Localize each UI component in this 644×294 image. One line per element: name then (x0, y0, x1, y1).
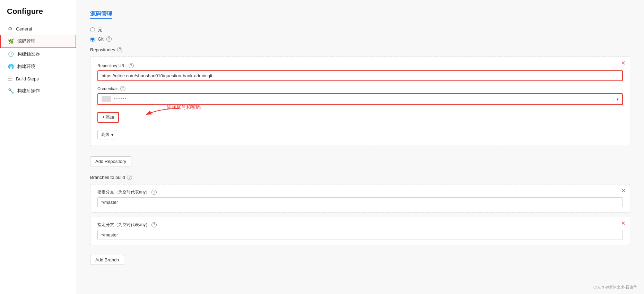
branch2-input[interactable] (97, 230, 623, 240)
repositories-section-label: Repositories ? (90, 47, 630, 52)
sidebar-item-general[interactable]: ⚙ General (0, 23, 76, 35)
add-credentials-button[interactable]: + 添加 (97, 112, 119, 123)
sidebar: Configure ⚙ General 🌿 源码管理 🕐 构建触发器 🌐 构建环… (0, 0, 76, 294)
repo-url-label: Repository URL ? (97, 63, 623, 68)
scm-radio-group: 元 Git ? (90, 27, 630, 42)
credentials-dropdown[interactable]: ****** ▾ (97, 93, 623, 105)
page-title: 源码管理 (90, 10, 112, 19)
sidebar-label-build-env: 构建环境 (17, 63, 35, 70)
credentials-stars: ****** (114, 97, 127, 101)
gear-icon: ⚙ (8, 26, 12, 32)
clock-icon: 🕐 (8, 51, 14, 57)
credentials-avatar (102, 96, 111, 102)
sidebar-item-build-steps[interactable]: ☰ Build Steps (0, 73, 76, 85)
annotation-text: 添加账号和密码 (167, 104, 201, 111)
list-icon: ☰ (8, 76, 12, 81)
radio-none-option[interactable]: 元 (90, 27, 630, 33)
sidebar-item-post-build[interactable]: 🔧 构建后操作 (0, 85, 76, 97)
repository-card: ✕ Repository URL ? Credentials ? ****** … (90, 57, 630, 146)
annotation-area: + 添加 添加账号和密码 (97, 105, 623, 126)
repo-url-input[interactable] (97, 70, 623, 81)
sidebar-item-build-env[interactable]: 🌐 构建环境 (0, 60, 76, 73)
sidebar-label-post-build: 构建后操作 (17, 88, 40, 94)
repo-url-help-icon[interactable]: ? (129, 63, 134, 68)
radio-git[interactable] (90, 37, 95, 42)
branches-section: Branches to build ? ✕ 指定分支（为空时代表any） ? ✕… (90, 175, 630, 272)
branch-card-2: ✕ 指定分支（为空时代表any） ? (90, 217, 630, 245)
branch2-label: 指定分支（为空时代表any） ? (97, 222, 623, 228)
branch1-input[interactable] (97, 197, 623, 207)
watermark: CSDN @新津之虎-晋达华 (593, 285, 637, 290)
sidebar-label-build-steps: Build Steps (16, 76, 39, 81)
radio-git-label: Git (98, 36, 104, 42)
globe-icon: 🌐 (8, 64, 14, 69)
chevron-down-icon-advanced: ▾ (111, 132, 113, 137)
main-content: 源码管理 元 Git ? Repositories ? ✕ Repository… (76, 0, 644, 294)
sidebar-item-source-mgmt[interactable]: 🌿 源码管理 (0, 35, 76, 48)
repo-close-button[interactable]: ✕ (621, 60, 626, 66)
credentials-inner: ****** (102, 96, 127, 102)
branch-icon: 🌿 (8, 38, 14, 44)
branches-help-icon[interactable]: ? (127, 175, 132, 180)
branch1-label: 指定分支（为空时代表any） ? (97, 189, 623, 195)
chevron-down-icon: ▾ (617, 97, 619, 102)
sidebar-label-build-trigger: 构建触发器 (17, 51, 40, 57)
add-repository-button[interactable]: Add Repository (90, 156, 131, 166)
git-help-icon[interactable]: ? (106, 36, 112, 42)
sidebar-label-source-mgmt: 源码管理 (17, 38, 35, 44)
advanced-button[interactable]: 高级 ▾ (97, 130, 117, 139)
radio-none[interactable] (90, 27, 95, 32)
sidebar-item-build-trigger[interactable]: 🕐 构建触发器 (0, 48, 76, 60)
add-branch-button[interactable]: Add Branch (90, 255, 124, 265)
credentials-help-icon[interactable]: ? (120, 86, 125, 91)
credentials-label: Credentials ? (97, 86, 623, 91)
branches-section-label: Branches to build ? (90, 175, 630, 180)
branch2-help-icon[interactable]: ? (151, 222, 157, 227)
branch-card-1: ✕ 指定分支（为空时代表any） ? (90, 184, 630, 213)
repositories-help-icon[interactable]: ? (117, 47, 122, 52)
sidebar-title: Configure (0, 7, 76, 23)
branch1-close-button[interactable]: ✕ (621, 188, 626, 193)
branch1-help-icon[interactable]: ? (151, 190, 157, 195)
branch2-close-button[interactable]: ✕ (621, 220, 626, 226)
sidebar-label-general: General (16, 26, 32, 32)
wrench-icon: 🔧 (8, 88, 14, 94)
radio-none-label: 元 (98, 27, 102, 33)
radio-git-option[interactable]: Git ? (90, 36, 630, 42)
